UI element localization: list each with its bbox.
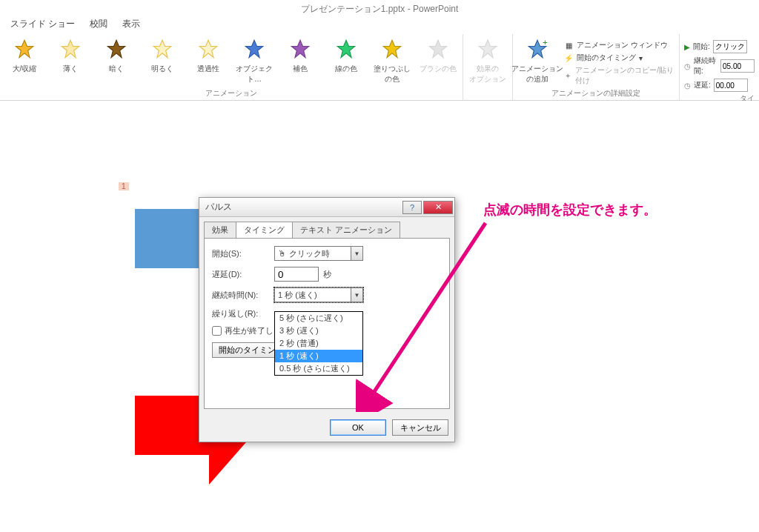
anim-grow-shrink[interactable]: 大/収縮 (4, 37, 44, 84)
animation-gallery[interactable]: 大/収縮 薄く 暗く 明るく 透過性 オブジェクト… 補色 線の色 塗りつぶしの… (4, 37, 458, 84)
cancel-button[interactable]: キャンセル (392, 419, 448, 436)
dialog-title-text: パルス (205, 201, 232, 213)
delay-input[interactable] (274, 267, 319, 282)
svg-marker-4 (199, 40, 216, 57)
dialog-body: 開始(S): 🖱 クリック時 ▼ 遅延(D): 秒 継続時間(N): 1 秒 (… (204, 238, 450, 409)
svg-marker-1 (62, 40, 79, 57)
svg-marker-3 (153, 40, 170, 57)
svg-marker-2 (107, 40, 125, 57)
lightning-icon: ⚡ (563, 53, 574, 63)
dialog-footer: OK キャンセル (199, 413, 454, 442)
anim-desaturate[interactable]: 薄く (50, 37, 90, 84)
timing-duration-input[interactable] (720, 59, 755, 73)
timing-delay-row: ◷ 遅延: (684, 79, 755, 92)
svg-marker-7 (337, 40, 354, 57)
dialog-tab-effect[interactable]: 効果 (204, 222, 236, 238)
ribbon-group-timing: ▶ 開始: ◷ 継続時間: ◷ 遅延: タイ (680, 34, 759, 100)
ok-button[interactable]: OK (330, 419, 386, 436)
start-combo[interactable]: 🖱 クリック時 ▼ (274, 246, 363, 261)
delay-unit: 秒 (323, 269, 331, 280)
animation-pane-button[interactable]: ▦アニメーション ウィンドウ (563, 40, 675, 50)
ribbon-group-effect-options: 効果の オプション (463, 34, 513, 100)
svg-marker-6 (291, 40, 308, 57)
anim-darken[interactable]: 暗く (96, 37, 136, 84)
ribbon-group-advanced: +アニメーション の追加 ▦アニメーション ウィンドウ ⚡開始のタイミング ▾ … (513, 34, 680, 100)
clock-icon: ◷ (684, 82, 691, 90)
duration-option[interactable]: 1 秒 (速く) (275, 350, 362, 362)
svg-marker-0 (16, 40, 33, 57)
chevron-down-icon[interactable]: ▼ (351, 288, 362, 302)
play-icon: ▶ (684, 43, 690, 51)
rewind-label: 再生が終了し (225, 325, 274, 336)
svg-marker-5 (245, 40, 262, 57)
rewind-checkbox[interactable] (212, 326, 222, 336)
trigger-button[interactable]: ⚡開始のタイミング ▾ (563, 53, 675, 63)
animation-order-badge[interactable]: 1 (119, 182, 129, 190)
anim-lighten[interactable]: 明るく (142, 37, 182, 84)
mouse-icon: 🖱 (278, 249, 286, 258)
dialog-tab-text[interactable]: テキスト アニメーション (292, 222, 400, 238)
duration-option[interactable]: 5 秒 (さらに遅く) (275, 312, 362, 325)
dialog-help-button[interactable]: ? (402, 201, 422, 214)
animation-painter-button[interactable]: ✦アニメーションのコピー/貼り付け (563, 65, 675, 86)
start-label: 開始(S): (212, 248, 274, 259)
group-caption-animation: アニメーション (4, 87, 458, 99)
anim-transparency[interactable]: 透過性 (188, 37, 228, 84)
svg-marker-8 (383, 40, 400, 57)
anim-complementary[interactable]: 補色 (280, 37, 320, 84)
slide-canvas: 1 パルス ? ✕ 効果 タイミング テキスト アニメーション 開始(S): 🖱… (0, 101, 759, 532)
duration-combo[interactable]: 1 秒 (速く) ▼ (274, 287, 363, 302)
ribbon-group-animation: 大/収縮 薄く 暗く 明るく 透過性 オブジェクト… 補色 線の色 塗りつぶしの… (0, 34, 463, 100)
add-animation-button[interactable]: +アニメーション の追加 (517, 37, 557, 86)
anim-object-color[interactable]: オブジェクト… (234, 37, 274, 84)
advanced-stack: ▦アニメーション ウィンドウ ⚡開始のタイミング ▾ ✦アニメーションのコピー/… (563, 37, 675, 86)
svg-marker-10 (479, 40, 496, 57)
timing-start-row: ▶ 開始: (684, 40, 755, 53)
group-caption-advanced: アニメーションの詳細設定 (517, 87, 675, 99)
svg-text:+: + (543, 39, 548, 47)
dialog-tabs: 効果 タイミング テキスト アニメーション (199, 217, 454, 238)
chevron-down-icon[interactable]: ▼ (351, 247, 362, 260)
duration-option[interactable]: 2 秒 (普通) (275, 337, 362, 350)
effect-options-button[interactable]: 効果の オプション (468, 37, 508, 84)
timing-delay-input[interactable] (714, 79, 748, 92)
timing-start-input[interactable] (713, 40, 747, 53)
repeat-label: 繰り返し(R): (212, 308, 274, 319)
timing-duration-row: ◷ 継続時間: (684, 56, 755, 76)
dialog-close-button[interactable]: ✕ (423, 201, 453, 214)
tab-review[interactable]: 校閲 (90, 18, 107, 34)
ribbon-tabs: スライド ショー 校閲 表示 (0, 18, 759, 34)
window-title: プレゼンテーション1.pptx - PowerPoint (0, 0, 759, 18)
delay-label: 遅延(D): (212, 269, 274, 280)
dialog-titlebar[interactable]: パルス ? ✕ (199, 198, 454, 217)
duration-option[interactable]: 0.5 秒 (さらに速く) (275, 362, 362, 375)
duration-dropdown: 5 秒 (さらに遅く) 3 秒 (遅く) 2 秒 (普通) 1 秒 (速く) 0… (274, 311, 363, 376)
clock-icon: ◷ (684, 62, 691, 70)
anim-line-color[interactable]: 線の色 (326, 37, 366, 84)
painter-icon: ✦ (563, 70, 572, 81)
svg-marker-9 (429, 40, 446, 57)
anim-brush-color[interactable]: ブラシの色 (418, 37, 458, 84)
close-icon: ✕ (435, 202, 442, 212)
tab-slideshow[interactable]: スライド ショー (10, 18, 75, 34)
duration-label: 継続時間(N): (212, 290, 274, 301)
dialog-tab-timing[interactable]: タイミング (236, 222, 293, 238)
duration-option[interactable]: 3 秒 (遅く) (275, 325, 362, 337)
callout-text: 点滅の時間を設定できます。 (483, 201, 657, 219)
ribbon: 大/収縮 薄く 暗く 明るく 透過性 オブジェクト… 補色 線の色 塗りつぶしの… (0, 34, 759, 101)
anim-fill-color[interactable]: 塗りつぶしの色 (372, 37, 412, 84)
pulse-dialog: パルス ? ✕ 効果 タイミング テキスト アニメーション 開始(S): 🖱 ク… (199, 197, 455, 442)
tab-view[interactable]: 表示 (122, 18, 140, 34)
pane-icon: ▦ (563, 40, 574, 50)
